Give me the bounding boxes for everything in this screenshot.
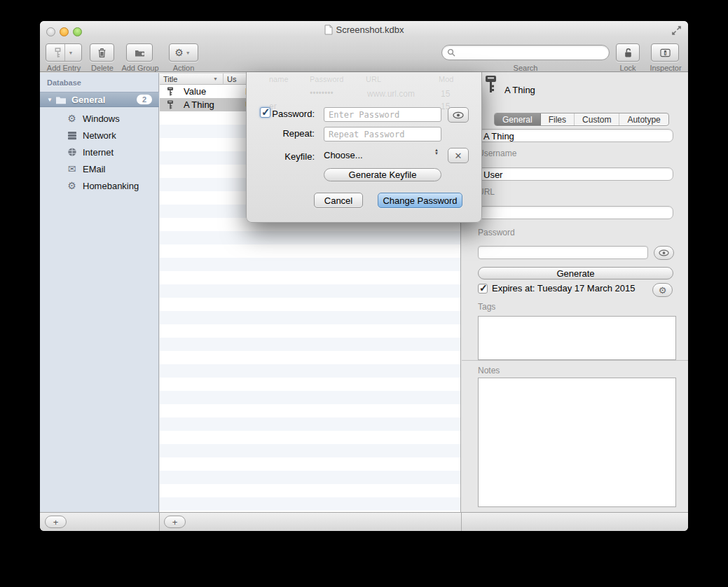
add-group-label: Add Group [117,64,163,72]
add-entry-footer-button[interactable]: + [164,516,186,528]
inspector-panel: A Thing General Files Custom Autotype A … [462,73,688,512]
password-input[interactable] [329,109,437,122]
info-icon: i [660,48,671,58]
password-label: Password [478,228,515,237]
chevron-down-icon: ▼ [184,50,193,55]
sidebar-item-internet[interactable]: Internet [40,144,159,160]
disclosure-triangle-icon[interactable]: ▼ [47,97,55,103]
tags-field[interactable] [478,316,676,360]
globe-icon [67,147,77,158]
chevron-down-icon[interactable]: ▼ [67,50,76,55]
tab-files[interactable]: Files [541,113,575,125]
trash-icon [97,48,107,58]
add-entry-label: Add Entry [40,64,88,72]
cancel-button[interactable]: Cancel [314,193,363,208]
eye-icon [453,111,464,119]
sidebar-item-label: Homebanking [83,181,139,191]
show-password-button[interactable] [448,107,469,123]
url-field[interactable] [478,206,673,219]
generate-password-button[interactable]: Generate [478,267,673,279]
title-field[interactable]: A Thing [478,129,673,142]
add-group-footer-button[interactable]: + [45,516,67,528]
password-field[interactable] [478,246,648,259]
entry-count-badge: 2 [137,95,152,104]
envelope-icon: ✉ [67,164,77,174]
generate-keyfile-button[interactable]: Generate Keyfile [324,168,441,181]
column-divider[interactable] [223,74,224,85]
plus-icon: + [53,517,59,527]
key-icon [53,48,63,58]
tags-label: Tags [478,302,495,312]
dialog-repeat-label: Repeat: [260,128,315,139]
expires-row: ✓ Expires at: Tuesday 17 March 2015 [478,283,636,294]
password-input-wrap [324,107,441,122]
footer-divider [159,513,160,531]
column-header-title[interactable]: Title [163,75,177,83]
change-password-button[interactable]: Change Password [378,193,462,208]
gear-icon: ⚙ [67,181,77,191]
sidebar-item-label: EMail [83,164,106,174]
sidebar-item-email[interactable]: ✉ EMail [40,160,159,177]
tab-autotype[interactable]: Autotype [619,113,668,125]
sidebar-item-network[interactable]: Network [40,127,159,144]
tab-custom[interactable]: Custom [575,113,619,125]
sidebar: Database ▼ General 2 ⚙ Windows Network [40,73,159,512]
toolbar: ▼ Add Entry Delete Add Group ⚙ ▼ Action [40,38,688,72]
reveal-password-button[interactable] [654,246,674,260]
inspector-entry-title: A Thing [504,85,535,95]
sidebar-item-homebanking[interactable]: ⚙ Homebanking [40,177,159,194]
clear-keyfile-button[interactable]: ✕ [448,148,469,163]
inspector-button[interactable]: i [651,43,679,62]
entry-title: Value [184,86,237,97]
ghost-column-header: Password [310,75,343,83]
entry-title: A Thing [184,99,237,110]
key-icon [166,100,174,109]
search-field[interactable] [441,45,610,60]
username-label: Username [478,149,516,158]
key-icon [166,87,174,96]
search-icon [447,48,455,57]
delete-label: Delete [88,64,117,72]
add-entry-button[interactable]: ▼ [46,43,82,62]
delete-button[interactable] [90,43,114,62]
lock-button[interactable] [616,43,640,62]
bottom-bar: + + [40,512,688,531]
tab-general[interactable]: General [495,113,541,125]
add-group-button[interactable] [126,43,153,62]
dialog-password-label: Password: [260,109,315,119]
ghost-column-header: Mod [439,75,453,83]
inspector-tabs: General Files Custom Autotype [494,113,669,126]
username-field[interactable]: User [478,167,673,181]
ghost-column-header: name [269,75,289,83]
gear-icon: ⚙ [659,285,667,296]
server-icon [67,130,77,141]
close-icon: ✕ [455,151,462,161]
section-divider [462,360,688,361]
sort-descending-icon: ▼ [213,76,218,81]
column-header-username[interactable]: Us [227,75,236,83]
expires-checkbox[interactable]: ✓ [478,284,488,294]
sidebar-group-general[interactable]: ▼ General 2 [40,92,159,107]
search-label: Search [441,64,610,72]
ghost-modified: 15 [441,89,450,99]
sidebar-item-windows[interactable]: ⚙ Windows [40,110,159,127]
expires-settings-button[interactable]: ⚙ [652,283,673,297]
fullscreen-icon[interactable] [672,26,681,35]
ghost-password-dots: •••••••• [310,88,334,98]
segment-divider [64,44,65,61]
keyfile-popup[interactable]: Choose... [324,150,363,160]
folder-plus-icon [135,48,145,58]
action-button[interactable]: ⚙ ▼ [169,43,198,62]
repeat-input-wrap [324,127,441,141]
title-bar[interactable]: Screenshot.kdbx [40,21,688,38]
repeat-password-input[interactable] [329,128,437,141]
notes-field[interactable] [478,378,676,507]
sidebar-item-label: Internet [83,147,114,158]
footer-divider [461,513,462,531]
svg-text:i: i [664,50,666,55]
popup-stepper-icon[interactable]: ▲▼ [434,149,439,156]
gear-icon: ⚙ [174,47,184,58]
inspector-label: Inspector [644,64,687,72]
search-input[interactable] [455,48,609,57]
sidebar-item-label: Network [83,130,116,141]
